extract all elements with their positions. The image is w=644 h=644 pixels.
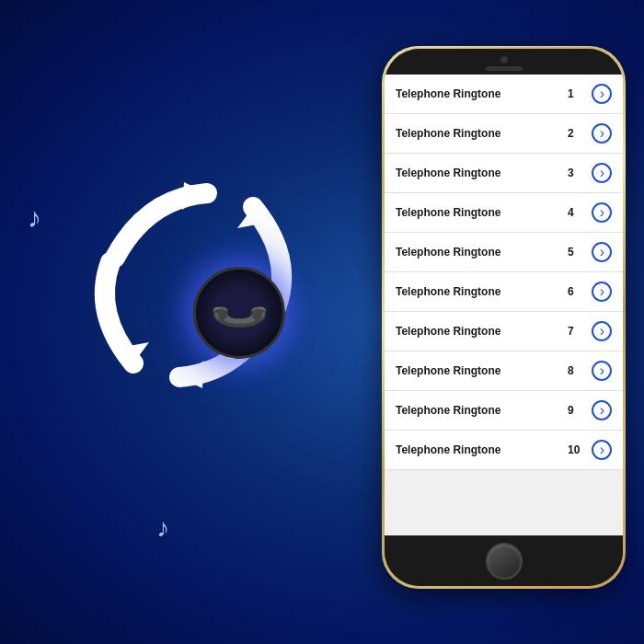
ringtone-number-5: 5: [568, 246, 584, 259]
ringtone-name-8: Telephone Ringtone: [396, 364, 568, 377]
ringtone-name-1: Telephone Ringtone: [396, 87, 568, 100]
ringtone-name-5: Telephone Ringtone: [396, 246, 568, 259]
ringtone-number-7: 7: [568, 325, 584, 338]
iphone-inner-frame: Telephone Ringtone1Telephone Ringtone2Te…: [385, 49, 623, 586]
ringtone-arrow-8[interactable]: [592, 361, 612, 381]
ringtone-arrow-7[interactable]: [592, 321, 612, 341]
ringtone-item-7[interactable]: Telephone Ringtone7: [385, 312, 623, 351]
music-note-bottom-left: ♪: [156, 513, 169, 543]
rotating-arrows-container: 📞: [74, 166, 313, 405]
phone-circle: 📞: [193, 267, 285, 359]
iphone-home-button[interactable]: [486, 543, 523, 580]
ringtone-item-8[interactable]: Telephone Ringtone8: [385, 351, 623, 391]
ringtone-arrow-1[interactable]: [592, 84, 612, 104]
ringtone-number-3: 3: [568, 167, 584, 179]
ringtone-item-5[interactable]: Telephone Ringtone5: [385, 233, 623, 272]
ringtone-number-6: 6: [568, 285, 584, 298]
ringtone-list: Telephone Ringtone1Telephone Ringtone2Te…: [385, 75, 623, 470]
ringtone-item-6[interactable]: Telephone Ringtone6: [385, 272, 623, 312]
ringtone-name-7: Telephone Ringtone: [396, 325, 568, 338]
ringtone-item-10[interactable]: Telephone Ringtone10: [385, 431, 623, 470]
ringtone-item-4[interactable]: Telephone Ringtone4: [385, 193, 623, 233]
ringtone-arrow-10[interactable]: [592, 440, 612, 460]
iphone-mockup: Telephone Ringtone1Telephone Ringtone2Te…: [382, 46, 626, 589]
iphone-outer-frame: Telephone Ringtone1Telephone Ringtone2Te…: [382, 46, 626, 589]
ringtone-arrow-9[interactable]: [592, 400, 612, 420]
ringtone-name-9: Telephone Ringtone: [396, 404, 568, 417]
iphone-camera: [500, 56, 508, 63]
ringtone-number-9: 9: [568, 404, 584, 417]
ringtone-name-10: Telephone Ringtone: [396, 443, 568, 456]
ringtone-name-3: Telephone Ringtone: [396, 167, 568, 179]
ringtone-item-3[interactable]: Telephone Ringtone3: [385, 154, 623, 193]
iphone-screen: Telephone Ringtone1Telephone Ringtone2Te…: [385, 75, 623, 535]
ringtone-name-2: Telephone Ringtone: [396, 127, 568, 140]
ringtone-arrow-5[interactable]: [592, 242, 612, 262]
ringtone-arrow-6[interactable]: [592, 282, 612, 302]
ringtone-item-9[interactable]: Telephone Ringtone9: [385, 391, 623, 431]
iphone-top-bar: [385, 49, 623, 75]
ringtone-number-1: 1: [568, 87, 584, 100]
ringtone-name-6: Telephone Ringtone: [396, 285, 568, 298]
ringtone-item-2[interactable]: Telephone Ringtone2: [385, 114, 623, 154]
ringtone-name-4: Telephone Ringtone: [396, 206, 568, 219]
ringtone-number-4: 4: [568, 206, 584, 219]
phone-handset-icon: 📞: [206, 280, 271, 345]
ringtone-arrow-3[interactable]: [592, 163, 612, 183]
ringtone-arrow-4[interactable]: [592, 202, 612, 223]
ringtone-arrow-2[interactable]: [592, 123, 612, 144]
phone-icon-area: 📞: [28, 138, 359, 488]
ringtone-item-1[interactable]: Telephone Ringtone1: [385, 75, 623, 114]
ringtone-number-8: 8: [568, 364, 584, 377]
iphone-bottom-bar: [385, 535, 623, 586]
rotating-arrows-svg: [74, 166, 313, 405]
ringtone-number-10: 10: [568, 443, 584, 456]
ringtone-number-2: 2: [568, 127, 584, 140]
iphone-speaker: [486, 66, 523, 71]
